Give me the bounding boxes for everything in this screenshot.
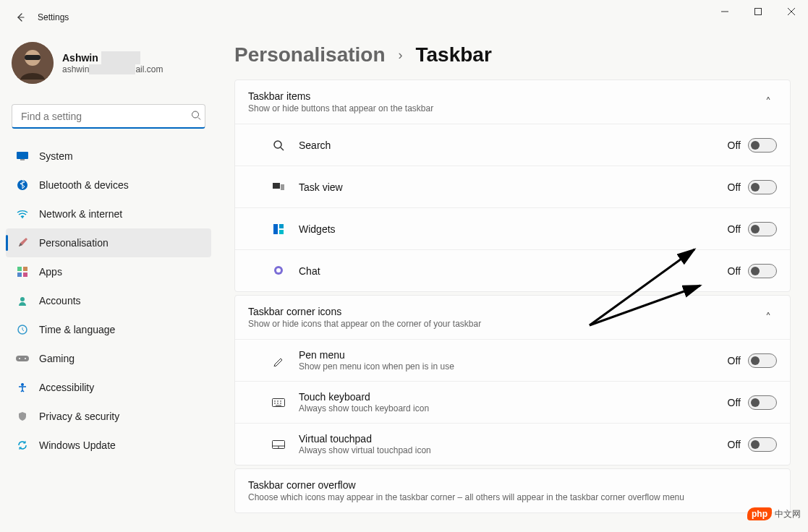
minimize-button[interactable] [708,0,741,23]
sidebar-item-accessibility[interactable]: Accessibility [6,373,211,402]
close-icon [788,8,795,15]
gamepad-icon [16,352,29,365]
row-label: Widgets [299,223,728,235]
pen-icon [268,355,289,366]
row-label: Touch keyboard [299,391,728,403]
toggle-virtual-touchpad[interactable] [748,437,777,452]
panel-header-corner[interactable]: Taskbar corner icons Show or hide icons … [235,296,790,339]
sidebar-item-label: Gaming [39,353,75,364]
main-content: Personalisation › Taskbar Taskbar items … [217,35,808,532]
watermark: php 中文网 [747,507,801,520]
wifi-icon [16,207,29,220]
touchpad-icon [268,440,289,449]
toggle-touch-keyboard[interactable] [748,395,777,410]
display-icon [16,150,29,163]
row-label: Pen menu [299,349,728,361]
row-touch-keyboard: Touch keyboardAlways show touch keyboard… [235,381,790,423]
sidebar-item-label: Time & language [39,324,115,335]
watermark-text: 中文网 [775,508,801,520]
page-title: Taskbar [416,43,492,66]
breadcrumb-parent[interactable]: Personalisation [234,43,386,66]
panel-taskbar-items: Taskbar items Show or hide buttons that … [234,80,791,292]
row-label: Task view [299,181,728,193]
svg-point-13 [20,297,25,301]
panel-overflow: Taskbar corner overflow Choose which ico… [234,468,791,513]
sidebar-item-label: System [39,150,73,162]
maximize-button[interactable] [741,0,775,23]
toggle-state: Off [728,140,741,151]
toggle-state: Off [728,439,741,450]
sidebar-item-update[interactable]: Windows Update [6,431,211,460]
panel-subtitle: Show or hide buttons that appear on the … [248,103,760,113]
sidebar-item-accounts[interactable]: Accounts [6,286,211,315]
svg-rect-9 [17,267,22,271]
search-input[interactable] [12,104,205,129]
panel-subtitle: Show or hide icons that appear on the co… [248,319,760,329]
clock-icon [16,323,29,336]
row-label: Virtual touchpad [299,433,728,445]
panel-corner-icons: Taskbar corner icons Show or hide icons … [234,295,791,466]
svg-rect-11 [17,273,22,277]
back-button[interactable] [6,3,35,32]
row-taskview: Task view Off [235,166,790,207]
search-button[interactable] [191,111,201,123]
apps-icon [16,265,29,278]
panel-title: Taskbar corner overflow [248,479,777,491]
svg-rect-15 [16,356,29,361]
toggle-state: Off [728,181,741,193]
close-button[interactable] [775,0,808,23]
toggle-chat[interactable] [748,264,777,278]
svg-rect-5 [17,152,28,159]
sidebar-item-system[interactable]: System [6,142,211,171]
panel-header-overflow[interactable]: Taskbar corner overflow Choose which ico… [235,469,790,512]
user-block[interactable]: Ashwin XXXXX ashwinXXXXXXXXail.com [6,42,211,95]
row-widgets: Widgets Off [235,207,790,249]
user-name: Ashwin XXXXX [62,51,163,64]
user-email: ashwinXXXXXXXXail.com [62,64,163,74]
svg-rect-6 [20,159,25,160]
svg-rect-12 [23,273,27,277]
panel-title: Taskbar items [248,90,760,102]
sidebar-item-bluetooth[interactable]: Bluetooth & devices [6,171,211,200]
row-virtual-touchpad: Virtual touchpadAlways show virtual touc… [235,423,790,465]
svg-point-19 [274,141,281,148]
paintbrush-icon [16,236,29,249]
toggle-pen[interactable] [748,353,777,368]
sidebar-item-label: Personalisation [39,237,109,249]
row-sublabel: Always show touch keyboard icon [299,403,728,413]
chevron-right-icon: › [399,48,403,63]
search-icon [191,111,201,121]
sidebar-item-privacy[interactable]: Privacy & security [6,402,211,431]
svg-rect-0 [755,9,762,15]
svg-point-26 [276,268,281,273]
sidebar-item-label: Network & internet [39,208,122,220]
row-label: Search [299,140,728,151]
sidebar-item-personalisation[interactable]: Personalisation [6,228,211,257]
sidebar-item-gaming[interactable]: Gaming [6,344,211,373]
toggle-state: Off [728,223,741,235]
sidebar-item-network[interactable]: Network & internet [6,200,211,228]
toggle-widgets[interactable] [748,222,777,236]
sidebar-item-time[interactable]: Time & language [6,315,211,344]
sidebar-item-label: Apps [39,266,62,278]
maximize-icon [754,8,762,15]
toggle-state: Off [728,355,741,366]
arrow-left-icon [14,12,26,23]
svg-point-16 [19,358,20,359]
sidebar-item-label: Windows Update [39,439,116,451]
search-icon [268,140,289,151]
svg-rect-3 [25,55,41,60]
shield-icon [16,410,29,423]
toggle-taskview[interactable] [748,180,777,194]
sidebar-item-label: Accounts [39,295,81,306]
bluetooth-icon [16,179,29,192]
widgets-icon [268,224,289,234]
nav-list: System Bluetooth & devices Network & int… [6,142,211,460]
panel-header-items[interactable]: Taskbar items Show or hide buttons that … [235,80,790,124]
row-search: Search Off [235,124,790,166]
watermark-badge: php [747,507,772,520]
keyboard-icon [268,398,289,407]
sidebar-item-apps[interactable]: Apps [6,257,211,286]
panel-title: Taskbar corner icons [248,306,760,317]
toggle-search[interactable] [748,138,777,153]
